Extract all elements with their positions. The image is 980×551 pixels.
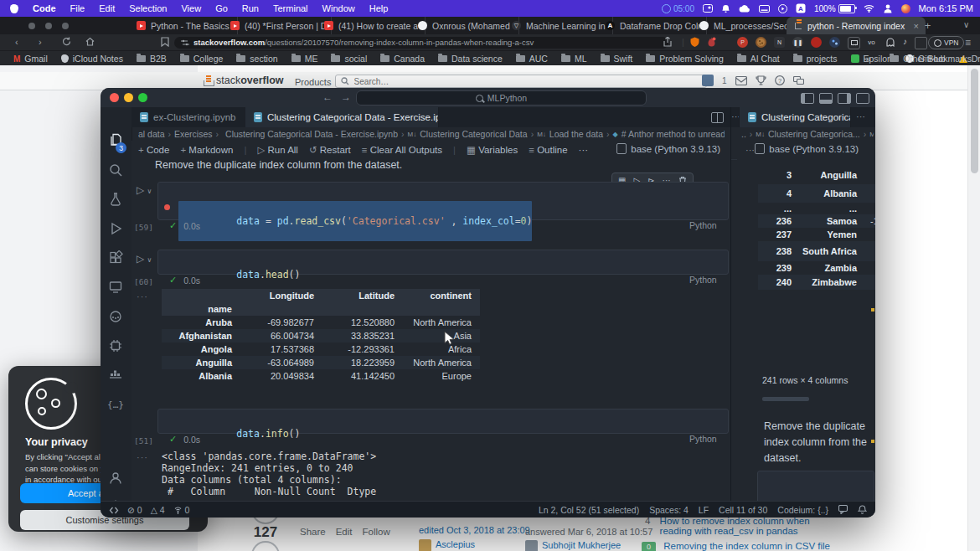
bookmark-icloud-notes[interactable]: iCloud Notes xyxy=(61,54,123,64)
edit-link[interactable]: Edit xyxy=(336,527,353,537)
so-search-input[interactable] xyxy=(353,76,701,87)
extension-n-icon[interactable]: N xyxy=(774,37,785,48)
other-bookmarks-folder[interactable]: Other Bookmarks xyxy=(890,54,972,64)
restart-kernel-button[interactable]: ↺ Restart xyxy=(309,144,351,156)
breakpoint-icon[interactable] xyxy=(164,204,170,210)
bookmark-folder-canada[interactable]: Canada xyxy=(380,54,425,64)
achievements-trophy-icon[interactable] xyxy=(756,75,766,85)
remote-explorer-icon[interactable] xyxy=(106,277,126,297)
code-cell-2[interactable]: data.head() xyxy=(157,250,729,275)
share-icon[interactable] xyxy=(663,37,672,49)
kernel-picker[interactable]: base (Python 3.9.13) xyxy=(616,143,720,154)
vpn-button[interactable]: VPN xyxy=(928,36,964,49)
minimize-window-button[interactable] xyxy=(124,93,133,102)
clear-all-outputs-button[interactable]: ≡ Clear All Outputs xyxy=(362,145,442,155)
tab-close-icon[interactable]: × xyxy=(914,21,919,31)
close-window-button[interactable] xyxy=(110,93,119,102)
notification-bell-icon[interactable] xyxy=(721,4,730,13)
reload-icon[interactable] xyxy=(62,37,71,48)
red-extension-icon[interactable] xyxy=(811,37,822,48)
browser-tab-3[interactable]: (41) How to create a folder in G xyxy=(317,17,426,34)
inbox-icon[interactable] xyxy=(735,76,747,85)
extension-p-icon[interactable]: P xyxy=(737,37,748,48)
cell-language-label[interactable]: Python xyxy=(689,220,717,230)
jupyter-flask-icon[interactable] xyxy=(106,306,126,327)
browser-tab-6[interactable]: A Dataframe Drop Column in Pan xyxy=(599,17,707,34)
chat-icon[interactable] xyxy=(793,76,804,85)
browser-tab-1[interactable]: Python - The Basics - Part 2 | xyxy=(130,17,238,34)
scrollbar-thumb[interactable] xyxy=(971,69,978,173)
indentation-indicator[interactable]: Spaces: 4 xyxy=(649,505,689,515)
bookmark-folder-me[interactable]: ME xyxy=(291,54,318,64)
output-hscrollbar-thumb[interactable] xyxy=(762,397,809,401)
eol-indicator[interactable]: LF xyxy=(699,505,709,515)
toolbar-more-actions-icon[interactable]: ··· xyxy=(579,145,589,155)
markdown-cell-text[interactable]: Remove the duplicate index column from t… xyxy=(764,419,871,466)
flame-extension-icon[interactable] xyxy=(707,37,716,49)
screen-extension-icon[interactable] xyxy=(848,37,860,49)
browser-tab-7[interactable]: ML_processes/Section 6 at ma xyxy=(693,17,801,34)
breadcrumb[interactable]: al data› Exercises› Clustering Categoric… xyxy=(138,127,725,141)
test-beaker-icon[interactable] xyxy=(106,189,126,209)
vote-down-button[interactable]: ▼ xyxy=(251,541,280,551)
editor-group-divider[interactable] xyxy=(730,107,731,501)
battery-indicator[interactable]: 100% xyxy=(814,4,855,13)
notifications-bell-icon[interactable] xyxy=(858,505,867,516)
ports-indicator[interactable]: 0 xyxy=(173,505,190,515)
editor-user-card[interactable]: Asclepius xyxy=(419,539,475,551)
new-tab-button[interactable]: + xyxy=(921,19,934,32)
cookie-extension-icon[interactable] xyxy=(756,37,766,48)
zoom-window-button[interactable] xyxy=(138,93,147,102)
bookmark-folder-ml[interactable]: ML xyxy=(561,54,587,64)
remote-indicator[interactable] xyxy=(109,506,119,515)
forward-icon[interactable]: › xyxy=(39,37,42,47)
cell-indicator[interactable]: Cell 11 of 30 xyxy=(719,505,767,515)
so-search-box[interactable] xyxy=(335,75,707,88)
right-group-breadcrumb[interactable]: ..› M↓ Clustering Categorica...› M↓ C xyxy=(741,127,874,141)
add-markdown-cell-button[interactable]: + Markdown xyxy=(180,145,233,155)
browser-tab-5[interactable]: ▽ Machine Learning in Python | 3 xyxy=(505,17,613,34)
browser-tab-2[interactable]: (40) *First Person | Detailed Vi xyxy=(224,17,332,34)
cell-language-label[interactable]: Python xyxy=(689,434,717,444)
back-icon[interactable]: ‹ xyxy=(15,37,18,47)
cell-language-label[interactable]: Python xyxy=(689,275,717,285)
output-gutter-more-icon[interactable]: ··· xyxy=(137,452,148,462)
bookmark-folder-social[interactable]: social xyxy=(331,54,367,64)
variables-button[interactable]: ▦ Variables xyxy=(467,144,518,156)
browser-page-scrollbar[interactable] xyxy=(967,65,980,551)
extensions-icon[interactable] xyxy=(106,248,126,268)
user-avatar[interactable] xyxy=(702,75,714,86)
outline-button[interactable]: ≡ Outline xyxy=(529,145,567,155)
siri-icon[interactable] xyxy=(901,4,910,13)
wifi-icon[interactable] xyxy=(864,4,874,13)
screenshot-icon[interactable] xyxy=(703,4,713,13)
run-cell-button[interactable]: ▷ ∨ xyxy=(137,253,152,265)
menu-selection[interactable]: Selection xyxy=(129,3,167,13)
keyboard-icon[interactable] xyxy=(759,5,770,13)
markdown-cell-text[interactable]: Remove the duplicate index column from t… xyxy=(155,159,402,171)
chip-icon[interactable] xyxy=(106,336,126,356)
related-question-2[interactable]: 0 Removing the index column in CSV file xyxy=(642,541,830,551)
browser-tab-active[interactable]: python - Removing index × xyxy=(787,17,926,34)
bookmark-folder-college[interactable]: College xyxy=(180,54,224,64)
browser-window-controls[interactable] xyxy=(28,23,69,29)
help-icon[interactable]: ? xyxy=(775,75,785,85)
accounts-icon[interactable] xyxy=(106,468,126,488)
menu-terminal[interactable]: Terminal xyxy=(273,3,308,13)
menu-go[interactable]: Go xyxy=(215,3,228,13)
docker-icon[interactable] xyxy=(106,365,126,385)
edited-timestamp-link[interactable]: edited Oct 3, 2018 at 23:09 xyxy=(419,525,530,535)
search-icon[interactable] xyxy=(106,160,126,180)
snippets-braces-icon[interactable]: {…} xyxy=(106,394,126,415)
bookmark-folder-swift[interactable]: Swift xyxy=(601,54,633,64)
bookmark-folder-b2b[interactable]: B2B xyxy=(137,54,167,64)
run-cell-button[interactable]: ▷ ∨ xyxy=(137,184,152,196)
related-question-1[interactable]: 4 How to remove index column when readin… xyxy=(645,516,828,536)
output-gutter-more-icon[interactable]: ··· xyxy=(137,291,148,301)
vo-extension-icon[interactable]: vᴏ xyxy=(866,37,877,48)
command-center[interactable]: MLPython xyxy=(356,90,647,106)
products-link[interactable]: Products xyxy=(295,77,331,87)
menu-file[interactable]: File xyxy=(70,3,85,13)
bookmark-folder-ai-chat[interactable]: AI Chat xyxy=(737,54,780,64)
bookmarks-overflow-chevron[interactable]: » xyxy=(866,54,871,64)
